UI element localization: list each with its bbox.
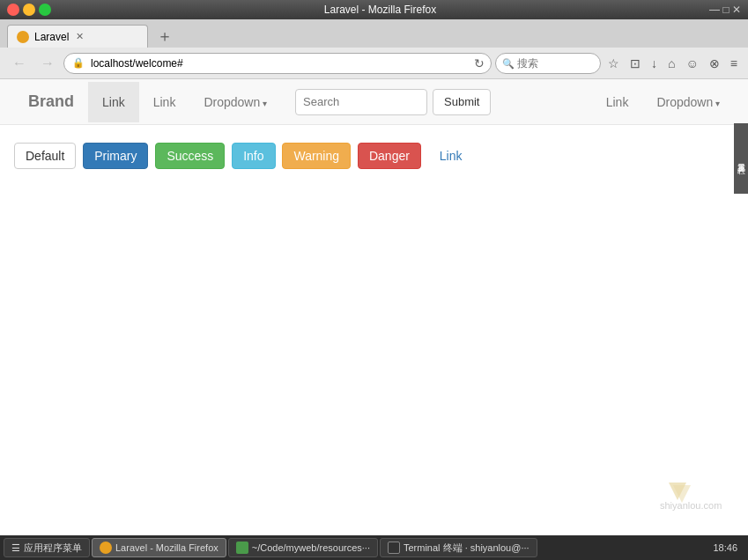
watermark: shiyanlou.com: [660, 478, 739, 529]
page-content: Brand Link Link Dropdown Submit Link Dro…: [0, 79, 748, 560]
window-controls: [7, 4, 51, 16]
minimize-button[interactable]: [23, 4, 35, 16]
navbar-right: Link Dropdown: [592, 82, 734, 122]
btn-success[interactable]: Success: [155, 143, 225, 169]
reader-button[interactable]: ⊡: [626, 55, 644, 72]
firefox-icon: [100, 542, 112, 554]
menu-button[interactable]: ≡: [727, 55, 741, 72]
navbar-form: Submit: [295, 89, 491, 115]
nav-icons: ☆ ⊡ ↓ ⌂ ☺ ⊗ ≡: [604, 55, 741, 72]
taskbar-editor-label: ~/Code/myweb/resources···: [252, 542, 370, 553]
tab-favicon: [17, 31, 29, 43]
nav-item-dropdown: Dropdown: [189, 82, 281, 122]
home-button[interactable]: ⌂: [664, 55, 678, 72]
nav-dropdown-toggle[interactable]: Dropdown: [189, 82, 281, 122]
navbar-brand[interactable]: Brand: [14, 79, 88, 124]
reload-button[interactable]: ↻: [474, 56, 485, 70]
bootstrap-navbar: Brand Link Link Dropdown Submit Link Dro…: [0, 79, 748, 125]
nav-bar: ← → 🔒 localhost/welcome# ↻ 🔍 ☆ ⊡ ↓ ⌂ ☺ ⊗…: [0, 48, 748, 79]
title-bar-right: — □ ✕: [709, 4, 741, 16]
btn-info[interactable]: Info: [232, 143, 275, 169]
lock-icon: 🔒: [72, 57, 85, 69]
nav-item-link1: Link: [88, 82, 139, 122]
taskbar-app-menu[interactable]: ☰ 应用程序菜单: [4, 538, 90, 557]
taskbar-app-editor[interactable]: ~/Code/myweb/resources···: [228, 538, 378, 557]
terminal-icon: [388, 542, 400, 554]
btn-warning[interactable]: Warning: [282, 143, 351, 169]
app-menu-icon: ☰: [11, 542, 20, 554]
nav-item-link2: Link: [139, 82, 190, 122]
tab-close-button[interactable]: ✕: [74, 31, 85, 42]
download-button[interactable]: ↓: [648, 55, 661, 72]
browser-tab[interactable]: Laravel ✕: [7, 25, 148, 48]
address-input[interactable]: localhost/welcome#: [63, 53, 492, 74]
svg-text:shiyanlou.com: shiyanlou.com: [660, 500, 722, 511]
browser-window: Laravel - Mozilla Firefox — □ ✕ Laravel …: [0, 0, 748, 560]
bookmark-star-button[interactable]: ☆: [604, 55, 623, 72]
svg-marker-2: [673, 485, 691, 503]
taskbar-terminal-label: Terminal 终端 · shiyanlou@···: [404, 542, 530, 555]
title-bar: Laravel - Mozilla Firefox — □ ✕: [0, 0, 748, 19]
taskbar-firefox-label: Laravel - Mozilla Firefox: [115, 542, 218, 553]
buttons-section: Default Primary Success Info Warning Dan…: [0, 125, 748, 187]
search-icon: 🔍: [502, 57, 515, 69]
navbar-search-input[interactable]: [295, 89, 427, 115]
forward-button[interactable]: →: [35, 54, 60, 73]
taskbar-app-firefox[interactable]: Laravel - Mozilla Firefox: [92, 538, 226, 557]
svg-marker-1: [669, 483, 686, 500]
tab-title: Laravel: [34, 31, 69, 43]
nav-link-1[interactable]: Link: [88, 82, 139, 122]
new-tab-button[interactable]: ＋: [152, 25, 178, 48]
tab-bar: Laravel ✕ ＋: [0, 19, 748, 48]
nav-right-dropdown[interactable]: Dropdown: [642, 82, 734, 122]
taskbar-time: 18:46: [713, 542, 744, 553]
editor-icon: [236, 542, 248, 554]
nav-link-2[interactable]: Link: [139, 82, 190, 122]
taskbar-app-terminal[interactable]: Terminal 终端 · shiyanlou@···: [380, 538, 537, 557]
btn-default[interactable]: Default: [14, 143, 76, 169]
btn-danger[interactable]: Danger: [358, 143, 421, 169]
search-bar-container: 🔍: [495, 53, 601, 74]
emoji-button[interactable]: ☺: [683, 55, 702, 72]
btn-primary[interactable]: Primary: [83, 143, 148, 169]
navbar-submit-button[interactable]: Submit: [433, 89, 491, 115]
pocket-button[interactable]: ⊗: [706, 55, 723, 72]
side-panel[interactable]: 显示工具栏: [734, 123, 748, 194]
window-title: Laravel - Mozilla Firefox: [51, 4, 709, 16]
navbar-nav-left: Link Link Dropdown: [88, 82, 281, 122]
taskbar: ☰ 应用程序菜单 Laravel - Mozilla Firefox ~/Cod…: [0, 535, 748, 560]
maximize-button[interactable]: [39, 4, 51, 16]
address-bar-container: 🔒 localhost/welcome# ↻: [63, 53, 492, 74]
nav-right-link[interactable]: Link: [592, 82, 643, 122]
btn-link[interactable]: Link: [428, 143, 474, 169]
back-button[interactable]: ←: [7, 54, 32, 73]
close-button[interactable]: [7, 4, 19, 16]
taskbar-app-menu-label: 应用程序菜单: [24, 542, 82, 555]
side-panel-label: 显示工具栏: [736, 157, 747, 161]
